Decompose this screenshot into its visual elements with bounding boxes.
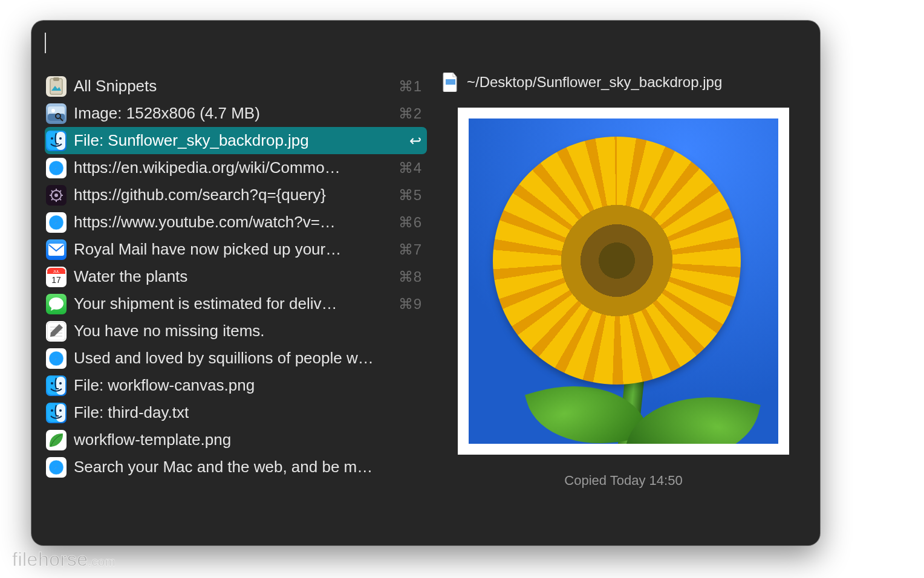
svg-point-62 xyxy=(59,382,62,385)
shortcut-label: ⌘4 xyxy=(399,160,422,177)
shortcut-label: ⌘1 xyxy=(399,78,422,95)
file-icon xyxy=(443,73,458,92)
cog-icon xyxy=(46,185,67,206)
shortcut-label: ⌘9 xyxy=(399,296,422,313)
result-row[interactable]: Royal Mail have now picked up your…⌘7 xyxy=(45,236,427,263)
search-row xyxy=(31,21,820,57)
finder-icon xyxy=(46,403,67,423)
result-label: All Snippets xyxy=(74,77,391,96)
result-label: Search your Mac and the web, and be m… xyxy=(74,458,422,476)
result-label: File: Sunflower_sky_backdrop.jpg xyxy=(74,131,402,150)
shortcut-label: ⌘2 xyxy=(399,105,422,122)
preview-pane: ~/Desktop/Sunflower_sky_backdrop.jpg Cop… xyxy=(427,73,807,537)
result-row[interactable]: Search your Mac and the web, and be m… xyxy=(45,453,427,481)
shortcut-label: ⌘7 xyxy=(399,241,422,258)
shortcut-label: ⌘5 xyxy=(399,187,422,204)
result-label: https://www.youtube.com/watch?v=… xyxy=(74,213,391,232)
results-list: All Snippets⌘1Image: 1528x806 (4.7 MB)⌘2… xyxy=(45,73,427,537)
svg-line-25 xyxy=(51,190,53,192)
svg-line-26 xyxy=(59,198,61,200)
search-input[interactable] xyxy=(46,33,807,53)
mail-icon xyxy=(46,239,67,260)
result-row[interactable]: https://en.wikipedia.org/wiki/Commo…⌘4 xyxy=(45,154,427,181)
result-row[interactable]: File: third-day.txt xyxy=(45,399,427,426)
result-row[interactable]: Used and loved by squillions of people w… xyxy=(45,345,427,372)
safari-icon xyxy=(46,158,67,178)
result-row[interactable]: File: Sunflower_sky_backdrop.jpg↩ xyxy=(45,127,427,154)
svg-text:17: 17 xyxy=(51,275,61,285)
result-label: Image: 1528x806 (4.7 MB) xyxy=(74,104,391,123)
result-row[interactable]: You have no missing items. xyxy=(45,317,427,345)
result-row[interactable]: All Snippets⌘1 xyxy=(45,73,427,100)
result-row[interactable]: https://www.youtube.com/watch?v=…⌘6 xyxy=(45,209,427,236)
result-label: Used and loved by squillions of people w… xyxy=(74,349,422,368)
preview-frame xyxy=(458,108,789,455)
svg-rect-1 xyxy=(53,77,59,81)
leaf-icon xyxy=(46,430,67,450)
watermark: filehorse.com xyxy=(12,548,116,571)
svg-rect-8 xyxy=(56,132,65,150)
result-row[interactable]: Your shipment is estimated for deliv…⌘9 xyxy=(45,290,427,317)
svg-point-9 xyxy=(51,137,53,140)
result-label: File: workflow-canvas.png xyxy=(74,376,422,395)
safari-icon xyxy=(46,212,67,233)
svg-point-61 xyxy=(51,382,53,385)
svg-line-28 xyxy=(51,198,53,200)
finder-icon xyxy=(46,375,67,396)
result-label: https://en.wikipedia.org/wiki/Commo… xyxy=(74,158,391,177)
result-label: You have no missing items. xyxy=(74,322,422,340)
clipboard-panel: All Snippets⌘1Image: 1528x806 (4.7 MB)⌘2… xyxy=(31,21,820,545)
safari-icon xyxy=(46,457,67,478)
result-row[interactable]: https://github.com/search?q={query}⌘5 xyxy=(45,181,427,209)
svg-point-65 xyxy=(51,409,53,412)
shortcut-label: ⌘8 xyxy=(399,268,422,285)
result-label: https://github.com/search?q={query} xyxy=(74,186,391,204)
calendar-icon: JUL17 xyxy=(46,267,67,287)
result-row[interactable]: JUL17Water the plants⌘8 xyxy=(45,263,427,290)
preview-path-row: ~/Desktop/Sunflower_sky_backdrop.jpg xyxy=(440,73,807,92)
result-label: workflow-template.png xyxy=(74,430,422,449)
result-row[interactable]: File: workflow-canvas.png xyxy=(45,372,427,399)
messages-icon xyxy=(46,294,67,314)
svg-rect-64 xyxy=(56,404,65,422)
result-row[interactable]: Image: 1528x806 (4.7 MB)⌘2 xyxy=(45,100,427,127)
svg-rect-60 xyxy=(56,377,65,395)
preview-icon xyxy=(46,103,67,124)
svg-line-27 xyxy=(59,190,61,192)
result-label: File: third-day.txt xyxy=(74,403,422,422)
svg-point-4 xyxy=(51,109,55,112)
svg-rect-76 xyxy=(446,79,455,85)
preview-image-sunflower xyxy=(469,119,778,444)
finder-icon xyxy=(46,131,67,151)
safari-icon xyxy=(46,348,67,369)
preview-status: Copied Today 14:50 xyxy=(564,473,682,489)
body: All Snippets⌘1Image: 1528x806 (4.7 MB)⌘2… xyxy=(31,57,820,539)
shortcut-label: ⌘6 xyxy=(399,214,422,231)
svg-rect-39 xyxy=(48,244,64,256)
result-label: Water the plants xyxy=(74,267,391,286)
preview-path: ~/Desktop/Sunflower_sky_backdrop.jpg xyxy=(467,74,722,91)
svg-point-10 xyxy=(59,137,62,140)
result-label: Your shipment is estimated for deliv… xyxy=(74,294,391,313)
svg-text:JUL: JUL xyxy=(53,270,60,273)
svg-point-29 xyxy=(54,193,58,197)
clipboard-icon xyxy=(46,76,67,97)
result-row[interactable]: workflow-template.png xyxy=(45,426,427,453)
text-icon xyxy=(46,321,67,342)
return-icon: ↩ xyxy=(409,132,422,149)
svg-point-66 xyxy=(59,409,62,412)
result-label: Royal Mail have now picked up your… xyxy=(74,240,391,259)
